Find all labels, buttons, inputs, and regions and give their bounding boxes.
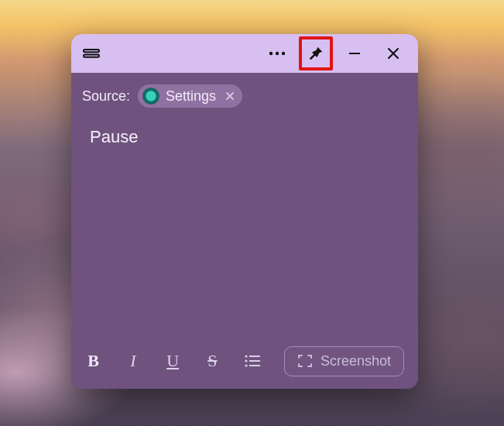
capture-icon	[297, 353, 313, 369]
note-content[interactable]: Pause	[82, 110, 407, 341]
italic-button[interactable]: I	[125, 351, 141, 371]
svg-rect-9	[249, 360, 260, 362]
titlebar	[71, 34, 418, 73]
svg-point-6	[245, 355, 247, 357]
minimize-button[interactable]	[338, 36, 372, 70]
svg-point-8	[245, 359, 247, 362]
format-toolbar: B I U S	[82, 341, 407, 381]
source-row: Source: Settings	[82, 82, 407, 110]
svg-point-3	[276, 52, 279, 55]
svg-rect-11	[249, 365, 260, 366]
minimize-icon	[348, 46, 362, 60]
grip-lines-icon[interactable]	[79, 36, 104, 70]
source-chip-label: Settings	[166, 88, 216, 105]
bullet-list-icon	[244, 354, 261, 368]
source-chip-remove[interactable]	[222, 91, 235, 101]
close-icon	[387, 47, 399, 60]
desktop-wallpaper: Source: Settings Pause B I U	[0, 0, 504, 426]
underline-button[interactable]: U	[164, 351, 180, 371]
sticky-note-window: Source: Settings Pause B I U	[71, 34, 418, 389]
svg-rect-0	[84, 50, 99, 52]
pin-button[interactable]	[299, 36, 333, 70]
source-chip[interactable]: Settings	[138, 84, 242, 108]
bold-button[interactable]: B	[85, 351, 101, 371]
svg-point-10	[245, 364, 247, 366]
screenshot-button[interactable]: Screenshot	[284, 346, 404, 376]
svg-rect-7	[249, 356, 260, 357]
strikethrough-button[interactable]: S	[204, 351, 221, 371]
svg-rect-5	[349, 53, 360, 54]
svg-rect-1	[84, 55, 99, 57]
pin-icon	[307, 45, 324, 62]
svg-point-2	[269, 52, 273, 55]
bullet-list-button[interactable]	[244, 354, 261, 368]
note-body: Source: Settings Pause B I U	[71, 73, 418, 389]
source-label: Source:	[82, 88, 130, 105]
close-button[interactable]	[376, 36, 410, 70]
more-horizontal-icon[interactable]	[260, 36, 294, 70]
screenshot-label: Screenshot	[321, 353, 391, 369]
svg-point-4	[282, 52, 285, 55]
settings-app-icon	[142, 88, 159, 105]
note-text: Pause	[90, 127, 138, 146]
